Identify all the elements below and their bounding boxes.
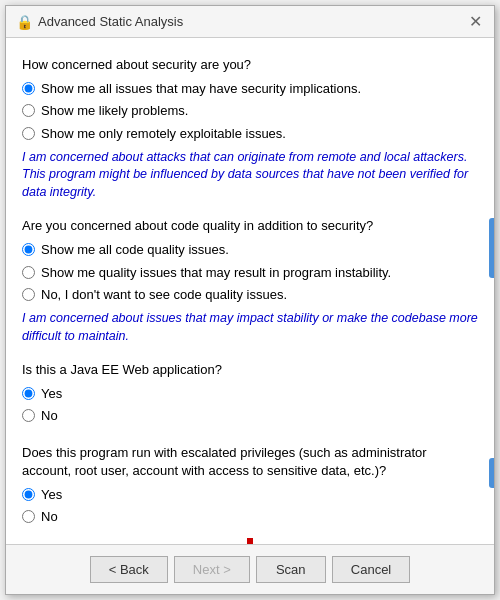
down-arrow-icon <box>239 538 261 544</box>
security-label-3: Show me only remotely exploitable issues… <box>41 125 286 143</box>
side-accent-1 <box>489 218 494 278</box>
quality-radio-3[interactable] <box>22 288 35 301</box>
arrow-container <box>22 530 478 544</box>
section-privileges: Does this program run with escalated pri… <box>22 444 478 531</box>
security-label-1: Show me all issues that may have securit… <box>41 80 361 98</box>
privileges-label-1: Yes <box>41 486 62 504</box>
security-option-1: Show me all issues that may have securit… <box>22 80 478 98</box>
javaee-question: Is this a Java EE Web application? <box>22 361 478 379</box>
quality-option-3: No, I don't want to see code quality iss… <box>22 286 478 304</box>
section-quality: Are you concerned about code quality in … <box>22 217 478 355</box>
privileges-question: Does this program run with escalated pri… <box>22 444 478 480</box>
window-title: Advanced Static Analysis <box>38 14 183 29</box>
quality-label-3: No, I don't want to see code quality iss… <box>41 286 287 304</box>
security-radio-3[interactable] <box>22 127 35 140</box>
title-bar: 🔒 Advanced Static Analysis ✕ <box>6 6 494 38</box>
javaee-radio-1[interactable] <box>22 387 35 400</box>
back-button[interactable]: < Back <box>90 556 168 583</box>
privileges-label-2: No <box>41 508 58 526</box>
javaee-label-2: No <box>41 407 58 425</box>
security-question: How concerned about security are you? <box>22 56 478 74</box>
dialog-window: 🔒 Advanced Static Analysis ✕ How concern… <box>5 5 495 595</box>
privileges-option-2: No <box>22 508 478 526</box>
content-area: How concerned about security are you? Sh… <box>6 38 494 544</box>
quality-option-1: Show me all code quality issues. <box>22 241 478 259</box>
next-button[interactable]: Next > <box>174 556 250 583</box>
scan-button[interactable]: Scan <box>256 556 326 583</box>
side-accent-2 <box>489 458 494 488</box>
close-button[interactable]: ✕ <box>466 13 484 31</box>
quality-question: Are you concerned about code quality in … <box>22 217 478 235</box>
quality-radio-1[interactable] <box>22 243 35 256</box>
section-javaee: Is this a Java EE Web application? Yes N… <box>22 361 478 430</box>
svg-rect-0 <box>247 538 253 544</box>
javaee-option-2: No <box>22 407 478 425</box>
quality-radio-2[interactable] <box>22 266 35 279</box>
javaee-radio-2[interactable] <box>22 409 35 422</box>
privileges-option-1: Yes <box>22 486 478 504</box>
cancel-button[interactable]: Cancel <box>332 556 410 583</box>
javaee-label-1: Yes <box>41 385 62 403</box>
javaee-option-1: Yes <box>22 385 478 403</box>
footer: < Back Next > Scan Cancel <box>6 544 494 594</box>
security-radio-2[interactable] <box>22 104 35 117</box>
section-security: How concerned about security are you? Sh… <box>22 56 478 211</box>
security-note: I am concerned about attacks that can or… <box>22 147 478 204</box>
security-option-3: Show me only remotely exploitable issues… <box>22 125 478 143</box>
app-icon: 🔒 <box>16 14 32 30</box>
title-bar-left: 🔒 Advanced Static Analysis <box>16 14 183 30</box>
security-radio-1[interactable] <box>22 82 35 95</box>
quality-label-1: Show me all code quality issues. <box>41 241 229 259</box>
privileges-radio-1[interactable] <box>22 488 35 501</box>
security-option-2: Show me likely problems. <box>22 102 478 120</box>
quality-label-2: Show me quality issues that may result i… <box>41 264 391 282</box>
privileges-radio-2[interactable] <box>22 510 35 523</box>
quality-option-2: Show me quality issues that may result i… <box>22 264 478 282</box>
security-label-2: Show me likely problems. <box>41 102 188 120</box>
quality-note: I am concerned about issues that may imp… <box>22 308 478 347</box>
